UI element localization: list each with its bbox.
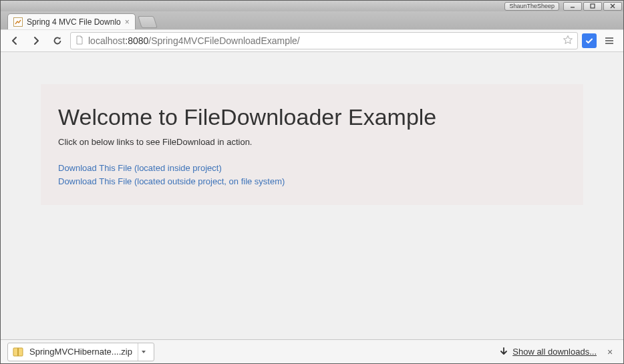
os-titlebar: ShaunTheSheep xyxy=(1,1,623,11)
download-bar: SpringMVCHibernate....zip Show all downl… xyxy=(1,339,623,363)
minimize-button[interactable] xyxy=(563,2,582,11)
url-host: localhost xyxy=(88,35,125,46)
download-link-internal[interactable]: Download This File (located inside proje… xyxy=(58,162,566,175)
favicon-icon xyxy=(13,17,23,27)
page-icon xyxy=(75,35,84,47)
url-text: localhost:8080/Spring4MVCFileDownloadExa… xyxy=(88,35,559,46)
address-bar[interactable]: localhost:8080/Spring4MVCFileDownloadExa… xyxy=(70,32,578,49)
download-item-menu[interactable] xyxy=(138,343,150,361)
browser-toolbar: localhost:8080/Spring4MVCFileDownloadExa… xyxy=(1,29,623,52)
maximize-button[interactable] xyxy=(583,2,602,11)
extension-button[interactable] xyxy=(582,33,597,48)
download-link-external[interactable]: Download This File (located outside proj… xyxy=(58,175,566,188)
hamburger-menu-icon[interactable] xyxy=(601,32,618,49)
bookmark-star-icon[interactable] xyxy=(563,35,573,47)
page-viewport[interactable]: Welcome to FileDownloader Example Click … xyxy=(1,52,623,339)
close-window-button[interactable] xyxy=(603,2,622,11)
show-all-downloads-link[interactable]: Show all downloads... xyxy=(499,347,597,357)
forward-button[interactable] xyxy=(27,32,45,49)
zip-file-icon xyxy=(12,346,24,358)
page-instructions: Click on below links to see FileDownload… xyxy=(58,137,566,147)
user-badge: ShaunTheSheep xyxy=(504,2,559,11)
download-bar-close-icon[interactable]: × xyxy=(603,345,617,359)
download-file-name: SpringMVCHibernate....zip xyxy=(29,347,132,357)
svg-rect-8 xyxy=(17,348,19,356)
back-button[interactable] xyxy=(6,32,23,49)
new-tab-button[interactable] xyxy=(138,16,158,28)
reload-button[interactable] xyxy=(49,32,66,49)
svg-rect-1 xyxy=(591,4,595,8)
tab-close-icon[interactable]: × xyxy=(125,17,130,27)
download-arrow-icon xyxy=(499,347,508,357)
download-item[interactable]: SpringMVCHibernate....zip xyxy=(7,343,154,361)
page-heading: Welcome to FileDownloader Example xyxy=(58,104,566,130)
show-all-downloads-label: Show all downloads... xyxy=(512,347,597,357)
tab-strip: Spring 4 MVC File Downlo × xyxy=(1,11,623,29)
browser-tab[interactable]: Spring 4 MVC File Downlo × xyxy=(7,13,136,29)
tab-title: Spring 4 MVC File Downlo xyxy=(27,17,121,27)
content-card: Welcome to FileDownloader Example Click … xyxy=(41,84,583,205)
browser-window: ShaunTheSheep Spring 4 MVC File Downlo × xyxy=(0,0,624,364)
url-path: /Spring4MVCFileDownloadExample/ xyxy=(148,35,299,46)
url-port: :8080 xyxy=(125,35,148,46)
